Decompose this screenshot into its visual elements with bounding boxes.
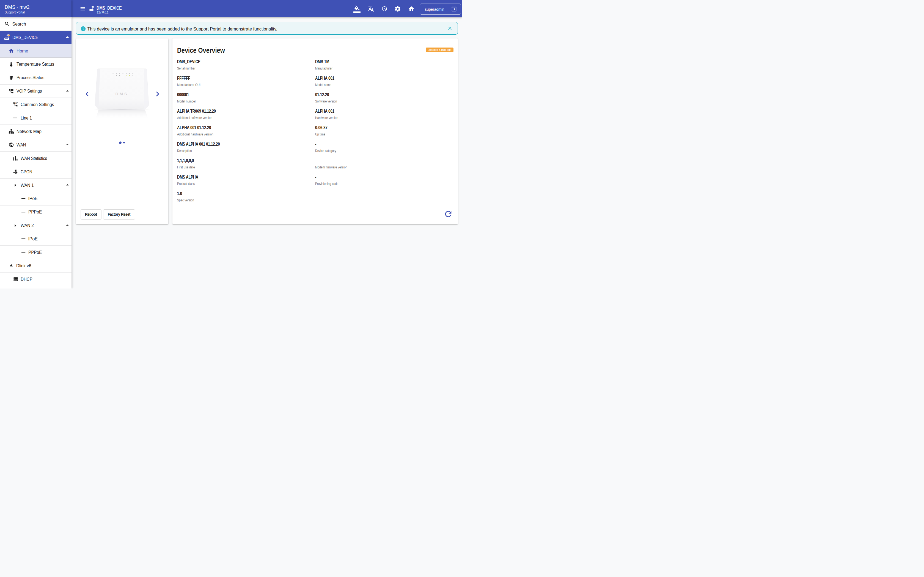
svg-text:DMS: DMS <box>115 92 128 96</box>
svg-text:SIP: SIP <box>15 102 18 104</box>
